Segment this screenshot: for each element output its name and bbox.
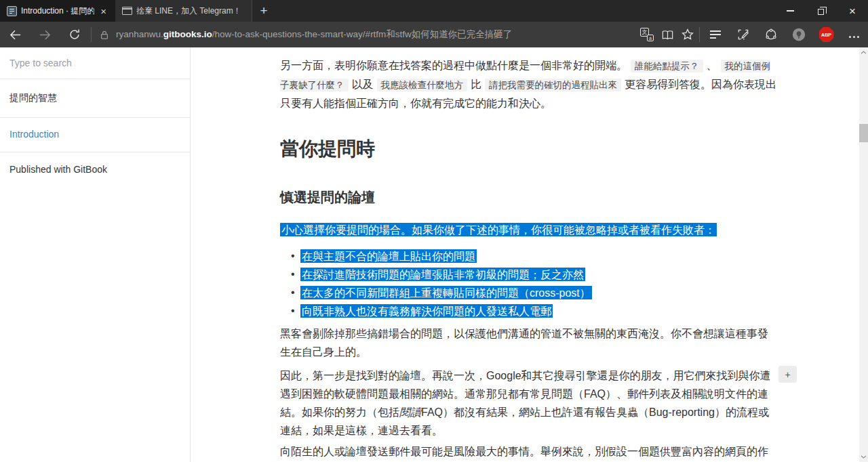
- paragraph-hints: 另一方面，表明你願意在找答案的過程中做點什麼是一個非常好的開端。誰能給點提示？、…: [280, 56, 778, 112]
- selected-text: 小心選擇你要提問的場合。如果你做了下述的事情，你很可能被忽略掉或者被看作失敗者：: [280, 223, 717, 236]
- scroll-down-button[interactable]: [859, 453, 868, 461]
- selected-bullet-list: 在與主題不合的論壇上貼出你的問題在探討進階技術問題的論壇張貼非常初級的問題；反之…: [280, 247, 778, 320]
- scroll-up-button[interactable]: [859, 48, 868, 57]
- paragraph-hackers: 黑客會剔除掉那些搞錯場合的問題，以保護他們溝通的管道不被無關的東西淹沒。你不會想…: [280, 324, 778, 361]
- browser-window: Introduction · 提問的智慧 × 捨棄 LINE，加入 Telegr…: [0, 0, 868, 462]
- refresh-icon: [68, 28, 81, 41]
- selected-text: 在與主題不合的論壇上貼出你的問題: [300, 249, 477, 263]
- star-icon: [681, 28, 694, 41]
- lock-icon: [99, 29, 110, 41]
- tab-title: Introduction · 提問的智慧: [21, 5, 94, 17]
- selected-paragraph: 小心選擇你要提問的場合。如果你做了下述的事情，你很可能被忽略掉或者被看作失敗者：: [280, 220, 778, 238]
- sidebar-search[interactable]: [0, 47, 190, 79]
- forward-button[interactable]: [30, 22, 60, 47]
- tab-bar: Introduction · 提問的智慧 × 捨棄 LINE，加入 Telegr…: [0, 0, 868, 22]
- minimize-button[interactable]: [774, 0, 806, 22]
- translator-button[interactable]: 文a: [637, 22, 657, 47]
- scrollbar-thumb[interactable]: [859, 124, 868, 142]
- lock-button[interactable]: [93, 29, 116, 41]
- url-domain: gitbooks.io: [163, 29, 212, 39]
- divider: [699, 27, 700, 42]
- url-subdomain: ryanhanwu.: [116, 29, 163, 39]
- refresh-button[interactable]: [60, 22, 90, 47]
- text-segment-em: 閱讀: [399, 406, 421, 418]
- restore-button[interactable]: [806, 0, 837, 22]
- window-controls: ×: [774, 0, 868, 22]
- web-note-icon: [736, 28, 750, 41]
- share-icon: [764, 28, 778, 41]
- tab-telegram[interactable]: 捨棄 LINE，加入 Telegram！: [115, 0, 252, 22]
- close-icon: ×: [849, 5, 856, 17]
- close-button[interactable]: ×: [837, 0, 868, 22]
- lightbulb-icon: [791, 27, 806, 42]
- sidebar-item-introduction[interactable]: Introduction: [0, 118, 190, 152]
- restore-icon: [818, 9, 824, 15]
- sub-heading: 慎選提問的論壇: [280, 188, 778, 206]
- text-segment-code: 我應該檢查什麼地方: [377, 79, 468, 91]
- selected-list-item: 向既非熟人也沒有義務解決你問題的人發送私人電郵: [280, 301, 778, 320]
- text-segment-code: 誰能給點提示？: [631, 60, 703, 72]
- url-path: /how-to-ask-questions-the-smart-way/#rtf…: [212, 29, 513, 39]
- minimize-icon: [787, 10, 794, 12]
- titlebar-drag-area: [275, 0, 774, 22]
- more-icon: [848, 28, 861, 41]
- tab-close-icon[interactable]: ×: [98, 6, 108, 16]
- font-size-plus-button[interactable]: +: [778, 366, 797, 383]
- selected-list-item: 在探討進階技術問題的論壇張貼非常初級的問題；反之亦然: [280, 265, 778, 283]
- forward-icon: [39, 28, 52, 41]
- adblock-plus-icon: ABP: [819, 27, 834, 42]
- web-note-button[interactable]: [729, 22, 757, 47]
- selected-list-item: 在太多的不同新聞群組上重複轉貼同樣的問題（cross-post）: [280, 283, 778, 301]
- share-button[interactable]: [757, 22, 785, 47]
- tab-title: 捨棄 LINE，加入 Telegram！: [136, 5, 241, 17]
- page-scrollbar[interactable]: [859, 47, 868, 462]
- selected-text: 向既非熟人也沒有義務解決你問題的人發送私人電郵: [300, 304, 553, 318]
- lightbulb-extension-button[interactable]: [785, 22, 812, 47]
- reading-view-button[interactable]: [657, 22, 677, 47]
- address-bar: ryanhanwu.gitbooks.io/how-to-ask-questio…: [0, 22, 868, 47]
- sidebar-book-title: 提問的智慧: [0, 79, 190, 118]
- gitbook-favicon: [7, 6, 17, 16]
- text-segment-code: 請把我需要的確切的過程貼出來: [485, 79, 621, 91]
- reading-view-icon: [660, 28, 675, 41]
- default-page-icon: [122, 7, 132, 15]
- hub-button[interactable]: [701, 22, 729, 47]
- chevron-down-icon: [861, 455, 867, 459]
- paragraph-strangers: 向陌生的人或論壇發送郵件最可能是風險最大的事情。舉例來說，別假設一個題供豐富內容…: [280, 442, 778, 462]
- toolbar-icons: 文a ABP: [637, 22, 868, 47]
- section-heading: 當你提問時: [280, 137, 778, 161]
- more-button[interactable]: [840, 22, 868, 47]
- translator-icon: 文a: [640, 28, 654, 41]
- search-input[interactable]: [9, 58, 180, 68]
- page-content: 提問的智慧 Introduction Published with GitBoo…: [0, 47, 868, 462]
- text-segment-text: 比: [471, 79, 481, 90]
- back-icon: [9, 28, 22, 41]
- selected-list-item: 在與主題不合的論壇上貼出你的問題: [280, 247, 778, 265]
- article: 另一方面，表明你願意在找答案的過程中做點什麼是一個非常好的開端。誰能給點提示？、…: [191, 47, 868, 462]
- selected-text: 在探討進階技術問題的論壇張貼非常初級的問題；反之亦然: [300, 268, 585, 281]
- text-segment-text: 另一方面，表明你願意在找答案的過程中做點什麼是一個非常好的開端。: [280, 60, 627, 71]
- back-button[interactable]: [0, 22, 30, 47]
- gitbook-sidebar: 提問的智慧 Introduction Published with GitBoo…: [0, 47, 191, 462]
- hub-icon: [710, 28, 721, 41]
- translator-latin-glyph: a: [647, 35, 654, 41]
- url-text[interactable]: ryanhanwu.gitbooks.io/how-to-ask-questio…: [116, 28, 512, 41]
- sidebar-gitbook-link[interactable]: Published with GitBook: [0, 152, 190, 186]
- new-tab-button[interactable]: +: [252, 0, 275, 22]
- selected-text: 在太多的不同新聞群組上重複轉貼同樣的問題（cross-post）: [300, 286, 592, 299]
- chevron-up-icon: [861, 51, 867, 54]
- paragraph-find-forum: 因此，第一步是找到對的論壇。再說一次，Google和其它搜尋引擎還是你的朋友，用…: [280, 366, 778, 440]
- tab-introduction[interactable]: Introduction · 提問的智慧 ×: [0, 0, 115, 22]
- text-segment-text: 、: [707, 60, 717, 71]
- adblock-plus-button[interactable]: ABP: [812, 22, 840, 47]
- favorites-button[interactable]: [677, 22, 698, 47]
- text-segment-text: 以及: [352, 79, 374, 90]
- divider: [91, 27, 92, 42]
